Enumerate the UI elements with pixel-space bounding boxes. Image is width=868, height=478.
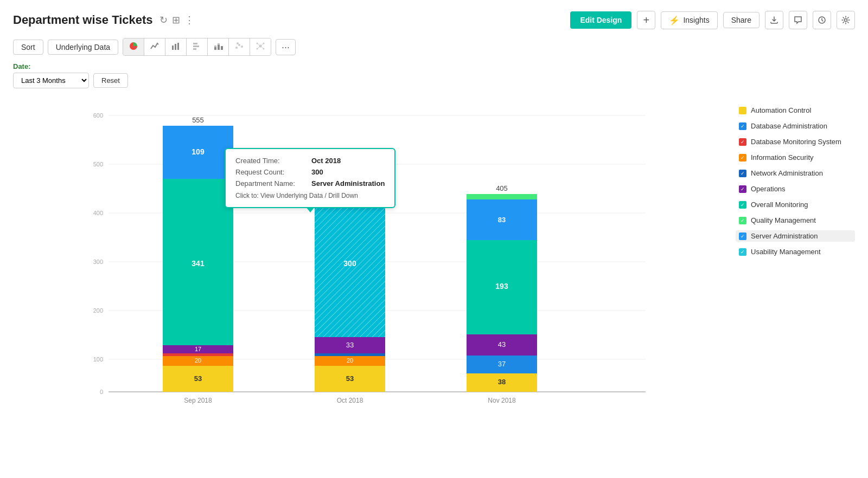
pie-chart-button[interactable] [123,38,144,55]
svg-line-25 [260,46,264,49]
svg-text:200: 200 [93,307,103,314]
svg-text:500: 500 [93,161,103,167]
legend-item-database-monitoring[interactable]: ✓ Database Monitoring System [736,136,855,147]
legend: Automation Control ✓ Database Administra… [736,99,855,419]
bar-oct-netadmin[interactable] [315,353,385,356]
legend-item-quality-management[interactable]: ✓ Quality Management [736,215,855,226]
date-filter-select[interactable]: Last 3 Months Last 6 Months Last Year Cu… [13,73,89,88]
legend-color-overall-monitoring: ✓ [739,201,746,209]
tooltip-created-time-label: Created Time: [235,157,311,165]
svg-text:53: 53 [346,374,354,383]
svg-point-15 [241,46,243,48]
legend-item-operations[interactable]: ✓ Operations [736,183,855,195]
scatter-chart-button[interactable] [229,38,250,55]
chart-area: 0 100 200 300 400 500 600 [13,99,855,419]
svg-text:83: 83 [498,216,506,224]
svg-point-16 [237,42,239,44]
comment-icon[interactable] [789,11,807,29]
svg-text:Sep 2018: Sep 2018 [184,397,212,404]
filter-area: Date: Last 3 Months Last 6 Months Last Y… [13,62,855,88]
sort-button[interactable]: Sort [13,40,43,55]
underlying-data-button[interactable]: Underlying Data [48,40,118,55]
chart-type-buttons [123,38,271,56]
svg-text:600: 600 [93,112,103,119]
svg-text:20: 20 [347,357,353,364]
edit-design-button[interactable]: Edit Design [570,11,631,29]
svg-rect-12 [221,46,223,50]
legend-label-information-security: Information Security [751,153,814,162]
legend-item-information-security[interactable]: ✓ Information Security [736,152,855,163]
legend-label-operations: Operations [751,185,786,193]
header-right: Edit Design + ⚡ Insights Share [570,11,855,29]
svg-point-1 [845,19,847,22]
more-chart-options-button[interactable]: ⋯ [276,39,296,55]
svg-rect-7 [193,48,196,50]
bar-nov-small[interactable] [467,194,537,199]
svg-text:405: 405 [496,184,508,192]
tooltip-department-row: Department Name: Server Administration [235,179,385,188]
bar-chart-button[interactable] [165,38,187,55]
tooltip-created-time-row: Created Time: Oct 2018 [235,157,385,165]
svg-rect-5 [193,43,197,44]
export-icon[interactable] [765,11,783,29]
filter-row: Last 3 Months Last 6 Months Last Year Cu… [13,73,855,88]
stacked-bar-button[interactable] [208,38,229,55]
more-options-icon[interactable]: ⋮ [184,14,194,26]
svg-text:400: 400 [93,210,103,216]
horizontal-bar-button[interactable] [187,38,208,55]
refresh-icon[interactable]: ↻ [159,14,168,26]
legend-label-quality-management: Quality Management [751,216,816,224]
svg-text:193: 193 [495,282,508,290]
legend-label-overall-monitoring: Overall Monitoring [751,201,808,209]
legend-color-quality: ✓ [739,217,746,224]
legend-color-server: ✓ [739,232,746,240]
svg-line-22 [257,43,260,46]
svg-text:37: 37 [498,360,506,368]
svg-text:100: 100 [93,356,103,363]
legend-color-automation [739,107,746,114]
svg-rect-3 [175,44,176,50]
svg-text:555: 555 [192,116,204,124]
tooltip-request-count-value: 300 [311,168,323,176]
legend-item-overall-monitoring[interactable]: ✓ Overall Monitoring [736,199,855,210]
svg-text:33: 33 [346,341,354,349]
svg-text:300: 300 [343,259,356,268]
legend-color-dbadmin: ✓ [739,122,746,130]
legend-item-automation-control[interactable]: Automation Control [736,105,855,116]
svg-point-13 [235,47,238,49]
reset-button[interactable]: Reset [93,73,128,88]
legend-color-dbmon: ✓ [739,138,746,146]
settings-icon[interactable] [837,11,855,29]
legend-color-usability: ✓ [739,248,746,256]
bar-sep-dbmon[interactable] [163,353,233,356]
legend-item-usability-management[interactable]: ✓ Usability Management [736,246,855,257]
network-chart-button[interactable] [250,38,271,55]
svg-text:43: 43 [498,340,506,348]
insights-button[interactable]: ⚡ Insights [661,11,717,29]
title-area: Department wise Tickets ↻ ⊞ ⋮ [13,13,194,27]
tooltip-drill-down-link[interactable]: Click to: View Underlying Data / Drill D… [235,192,385,199]
legend-item-database-administration[interactable]: ✓ Database Administration [736,120,855,132]
svg-rect-2 [172,46,174,50]
clock-icon[interactable] [813,11,831,29]
svg-rect-10 [218,45,220,50]
header: Department wise Tickets ↻ ⊞ ⋮ Edit Desig… [13,11,855,29]
svg-text:53: 53 [194,374,202,383]
legend-label-usability-management: Usability Management [751,248,821,256]
svg-text:38: 38 [498,378,506,386]
legend-label-server-administration: Server Administration [751,232,818,240]
svg-text:341: 341 [192,259,205,268]
line-chart-button[interactable] [144,38,165,55]
add-button[interactable]: + [637,11,655,29]
tooltip: Created Time: Oct 2018 Request Count: 30… [225,148,395,208]
svg-rect-8 [214,47,216,50]
legend-item-network-administration[interactable]: ✓ Network Administration [736,167,855,179]
share-button[interactable]: Share [723,12,760,28]
insights-label: Insights [683,16,709,24]
table-icon[interactable]: ⊞ [172,14,180,26]
filter-label: Date: [13,62,855,70]
legend-item-server-administration[interactable]: ✓ Server Administration [736,230,855,242]
page-title: Department wise Tickets [13,13,153,27]
chart-svg: 0 100 200 300 400 500 600 [13,99,736,419]
tooltip-created-time-value: Oct 2018 [311,157,341,165]
